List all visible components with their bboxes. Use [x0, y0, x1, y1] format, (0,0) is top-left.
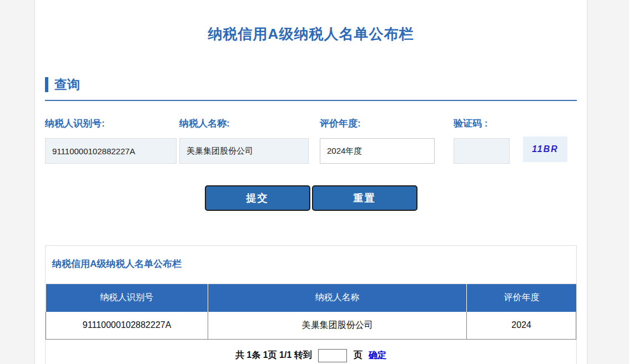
evaluation-year-select[interactable]: [320, 138, 435, 164]
captcha-field-group: 验证码 :: [454, 117, 510, 164]
query-section-title: 查询: [54, 76, 80, 93]
results-panel-title: 纳税信用A级纳税人名单公布栏: [46, 246, 576, 284]
reset-button[interactable]: 重置: [312, 185, 417, 211]
pagination: 共 1条 1页 1/1 转到 页 确定: [46, 340, 576, 364]
taxpayer-name-field-group: 纳税人名称:: [179, 117, 309, 164]
query-section: 查询 纳税人识别号: 纳税人名称: 评价年度: 验证码 : 11BR 提交: [35, 76, 587, 211]
table-row: 91110000102882227A 美巢集团股份公司 2024: [46, 312, 576, 340]
header-taxpayer-name: 纳税人名称: [208, 284, 467, 312]
submit-button[interactable]: 提交: [205, 185, 310, 211]
confirm-link[interactable]: 确定: [369, 350, 386, 360]
cell-evaluation-year: 2024: [467, 312, 576, 340]
evaluation-year-field-group: 评价年度:: [320, 117, 435, 164]
page-content: 纳税信用A级纳税人名单公布栏 查询 纳税人识别号: 纳税人名称: 评价年度: 验…: [34, 0, 587, 364]
captcha-input[interactable]: [454, 138, 510, 164]
header-evaluation-year: 评价年度: [467, 284, 576, 312]
pagination-summary: 共 1条 1页 1/1 转到: [235, 350, 312, 360]
goto-page-input[interactable]: [318, 349, 347, 362]
form-buttons: 提交 重置: [45, 185, 577, 211]
query-form: 纳税人识别号: 纳税人名称: 评价年度: 验证码 : 11BR: [45, 117, 577, 164]
cell-taxpayer-name: 美巢集团股份公司: [208, 312, 467, 340]
section-accent-bar-icon: [45, 77, 48, 92]
page-title: 纳税信用A级纳税人名单公布栏: [35, 0, 587, 44]
section-divider: [45, 100, 577, 101]
captcha-image[interactable]: 11BR: [523, 136, 567, 162]
results-panel: 纳税信用A级纳税人名单公布栏 纳税人识别号 纳税人名称 评价年度 9111000…: [45, 245, 577, 364]
cell-taxpayer-id: 91110000102882227A: [46, 312, 208, 340]
query-section-header: 查询: [45, 76, 577, 93]
taxpayer-id-label: 纳税人识别号:: [45, 117, 177, 130]
pagination-page-suffix: 页: [354, 350, 363, 360]
taxpayer-name-label: 纳税人名称:: [179, 117, 309, 130]
taxpayer-name-input[interactable]: [179, 138, 309, 164]
taxpayer-id-field-group: 纳税人识别号:: [45, 117, 177, 164]
table-header-row: 纳税人识别号 纳税人名称 评价年度: [46, 284, 576, 312]
header-taxpayer-id: 纳税人识别号: [46, 284, 208, 312]
taxpayer-id-input[interactable]: [45, 138, 177, 164]
evaluation-year-label: 评价年度:: [320, 117, 435, 130]
captcha-label: 验证码 :: [454, 117, 510, 130]
results-table: 纳税人识别号 纳税人名称 评价年度 91110000102882227A 美巢集…: [46, 284, 576, 340]
